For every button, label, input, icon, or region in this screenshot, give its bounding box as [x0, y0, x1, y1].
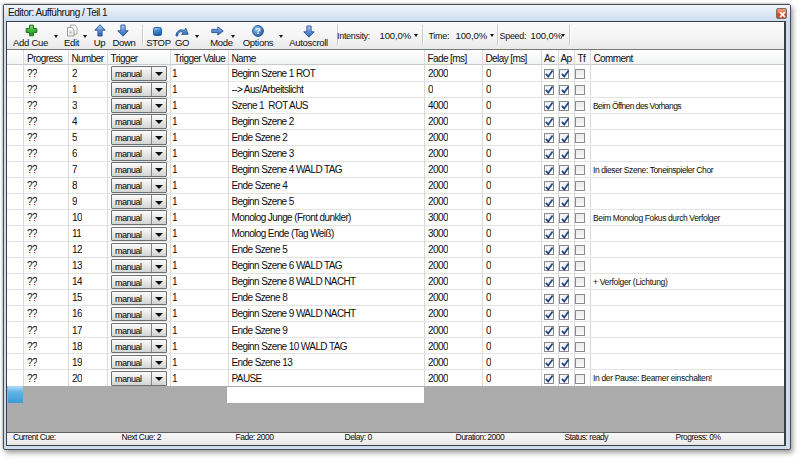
svg-text:?: ? — [255, 26, 260, 36]
